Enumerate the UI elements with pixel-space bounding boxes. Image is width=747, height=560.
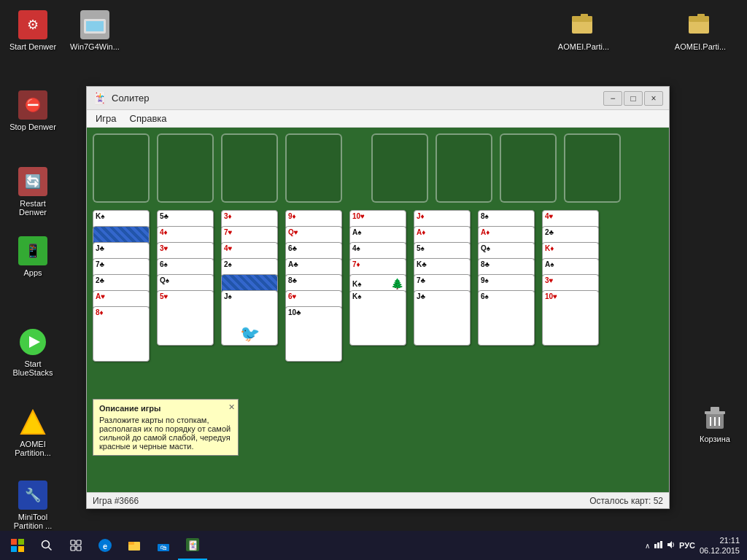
svg-rect-32: [18, 546, 24, 552]
search-button[interactable]: [32, 531, 61, 560]
taskbar-pin-solitaire[interactable]: 🃏: [178, 531, 207, 560]
minimize-button[interactable]: −: [603, 91, 622, 106]
column-5: 10♥ A♠ 4♠ 7♦ K♠ 🌲 K♠: [349, 210, 406, 378]
svg-rect-30: [18, 539, 24, 545]
game-number: Игра #3666: [93, 496, 139, 506]
stop-denwer-label: Stop Denwer: [9, 122, 56, 131]
svg-rect-29: [11, 539, 17, 545]
aomei-partition-label: AOMEI Partition...: [7, 440, 59, 457]
foundation-2: [436, 133, 492, 203]
restart-denwer-icon: 🔄: [18, 167, 47, 196]
card-J-last[interactable]: J♣: [414, 290, 471, 346]
aomei-partition-icon: [18, 408, 47, 437]
start-denwer-label: Start Denwer: [9, 42, 56, 51]
desktop-icon-recycle[interactable]: Корзина: [686, 400, 744, 446]
menu-game[interactable]: Игра: [90, 112, 123, 125]
tooltip-box: Описание игры ✕ Разложите карты по стопк…: [93, 399, 239, 456]
desktop-icon-aomei-partition[interactable]: AOMEI Partition...: [4, 405, 62, 460]
card-10-clubs[interactable]: 10♣: [285, 306, 342, 362]
win7g4win-label: Win7G4Win...: [70, 42, 120, 51]
desktop-icon-restart-denwer[interactable]: 🔄 Restart Denwer: [4, 164, 62, 219]
desktop-icon-win7g4win[interactable]: Win7G4Win...: [66, 7, 124, 54]
card-J-nature[interactable]: J♠ 🐦: [221, 290, 278, 346]
foundation-3: [500, 133, 557, 203]
tray-expand[interactable]: ∧: [645, 542, 650, 550]
card-6-spades2[interactable]: 6♠: [478, 290, 535, 346]
title-left: 🃏 Солитер: [93, 91, 149, 105]
column-4: 9♦ Q♥ 6♣ A♣ 8♣ 6♥ 10♣: [285, 210, 342, 378]
desktop-icon-aomei2[interactable]: AOMEI.Parti...: [671, 7, 729, 54]
start-denwer-icon: ⚙: [18, 10, 47, 39]
foundation-1: [371, 133, 428, 203]
titlebar: 🃏 Солитер − □ ×: [87, 87, 669, 110]
cards-left: Осталось карт: 52: [589, 496, 663, 506]
network-icon: [653, 540, 663, 552]
card-5-hearts[interactable]: 5♥: [157, 290, 214, 346]
card-K-bottom[interactable]: K♠: [349, 290, 406, 346]
svg-text:⚙: ⚙: [27, 18, 39, 32]
tableau-placeholder-3: [221, 133, 278, 203]
desktop-icon-bluestacks[interactable]: Start BlueStacks: [4, 324, 62, 380]
svg-text:e: e: [103, 542, 107, 551]
column-7: 8♠ A♦ Q♠ 8♣ 9♠ 6♠: [478, 210, 535, 378]
tooltip-title: Описание игры: [99, 404, 232, 413]
svg-text:🛍: 🛍: [160, 544, 167, 551]
svg-rect-47: [654, 544, 657, 548]
svg-rect-35: [71, 540, 75, 545]
svg-rect-42: [128, 542, 134, 545]
recycle-label: Корзина: [700, 435, 730, 443]
start-button[interactable]: [3, 531, 32, 560]
aomei1-icon: [569, 10, 598, 39]
desktop-icon-minitool[interactable]: 🔧 MiniTool Partition ...: [4, 478, 62, 533]
svg-text:🔄: 🔄: [25, 174, 42, 190]
foundation-4: [564, 133, 621, 203]
tableau-placeholder-1: [93, 133, 150, 203]
svg-rect-36: [77, 540, 81, 545]
volume-icon[interactable]: [666, 540, 676, 552]
window-controls: − □ ×: [603, 91, 663, 106]
svg-rect-19: [581, 14, 588, 18]
taskbar-pin-edge[interactable]: e: [90, 531, 120, 560]
desktop-icon-stop-denwer[interactable]: ⛔ Stop Denwer: [4, 88, 62, 134]
column-2: 5♣ 4♦ 3♥ 6♠ Q♠ 5♥: [157, 210, 214, 378]
desktop-icon-apps[interactable]: 📱 Apps: [4, 233, 62, 280]
svg-rect-25: [711, 407, 719, 413]
desktop-icon-start-denwer[interactable]: ⚙ Start Denwer: [4, 7, 62, 54]
desktop: ⚙ Start Denwer Win7G4Win... ⛔ Stop Denwe…: [0, 0, 747, 560]
close-button[interactable]: ×: [644, 91, 663, 106]
svg-text:🔧: 🔧: [25, 487, 42, 503]
maximize-button[interactable]: □: [624, 91, 643, 106]
bluestacks-label: Start BlueStacks: [7, 359, 59, 377]
aomei1-label: AOMEI.Parti...: [558, 42, 609, 51]
game-area: K♠ J♣ 7♣ 2♣ A♥ 8♦ 5♣ 4♦ 3♥ 6♠ Q♠ 5♥: [87, 128, 669, 492]
svg-rect-22: [697, 14, 705, 18]
desktop-icon-aomei1[interactable]: AOMEI.Parti...: [554, 7, 613, 54]
system-tray: ∧ РУС: [645, 540, 695, 552]
restart-denwer-label: Restart Denwer: [7, 199, 59, 217]
tooltip-close-button[interactable]: ✕: [228, 402, 235, 412]
card-10-hearts2[interactable]: 10♥: [542, 290, 599, 346]
taskbar-pin-store[interactable]: 🛍: [149, 531, 178, 560]
column-3: 3♦ 7♥ 4♥ 2♠ J♠ 🐦: [221, 210, 278, 378]
svg-rect-37: [71, 546, 75, 551]
apps-label: Apps: [23, 268, 42, 277]
recycle-icon: [700, 402, 729, 432]
tableau-placeholder-2: [157, 133, 214, 203]
language-indicator[interactable]: РУС: [679, 541, 695, 550]
task-view-button[interactable]: [61, 531, 90, 560]
aomei2-icon: [686, 10, 715, 39]
svg-rect-49: [660, 541, 662, 548]
svg-rect-48: [657, 542, 659, 548]
svg-text:🃏: 🃏: [187, 540, 198, 551]
taskbar-right: ∧ РУС 21:11 06.12: [645, 535, 744, 556]
menu-help[interactable]: Справка: [124, 112, 173, 125]
bluestacks-icon: [18, 327, 47, 357]
time-display: 21:11: [700, 535, 740, 545]
taskbar-pin-explorer[interactable]: [120, 531, 149, 560]
card-8-diamonds[interactable]: 8♦: [93, 306, 150, 362]
taskbar-clock[interactable]: 21:11 06.12.2015: [700, 535, 740, 556]
column-8: 4♥ 2♣ K♦ A♠ 3♥ 10♥: [542, 210, 599, 378]
svg-marker-50: [667, 541, 672, 548]
statusbar: Игра #3666 Осталось карт: 52: [87, 492, 669, 508]
svg-text:📱: 📱: [25, 243, 42, 259]
